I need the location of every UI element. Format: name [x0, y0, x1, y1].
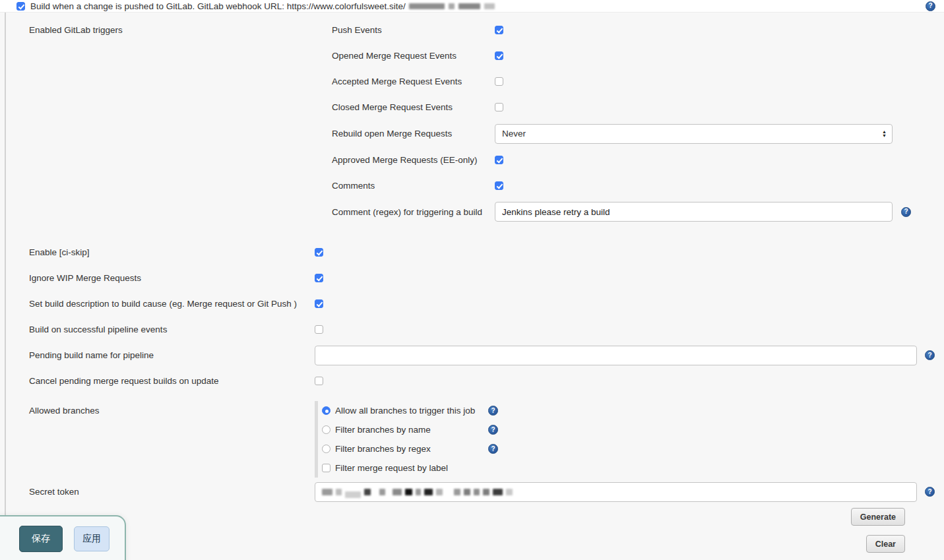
ignore-wip-row: Ignore WIP Merge Requests — [0, 265, 944, 291]
pending-build-name-row: Pending build name for pipeline ? — [0, 342, 944, 368]
main-options: Enable [ci-skip] Ignore WIP Merge Reques… — [0, 239, 944, 394]
allow-all-branches-label: Allow all branches to trigger this job — [335, 406, 488, 416]
filter-mr-label-checkbox[interactable] — [322, 464, 330, 472]
help-icon[interactable]: ? — [488, 425, 498, 435]
filter-by-name-radio[interactable] — [322, 425, 330, 434]
allow-all-branches-radio[interactable] — [322, 406, 330, 415]
help-icon[interactable]: ? — [901, 207, 911, 217]
ignore-wip-checkbox[interactable] — [315, 274, 323, 282]
ci-skip-row: Enable [ci-skip] — [0, 239, 944, 265]
closed-mr-checkbox[interactable] — [495, 103, 503, 111]
redacted-segment — [322, 489, 332, 495]
closed-mr-label: Closed Merge Request Events — [332, 102, 495, 112]
rebuild-open-mr-selected-value: Never — [502, 129, 526, 139]
redacted-segment — [483, 489, 489, 495]
opened-mr-label: Opened Merge Request Events — [332, 51, 495, 61]
clear-button[interactable]: Clear — [866, 535, 905, 553]
push-events-label: Push Events — [332, 25, 495, 35]
closed-mr-row: Closed Merge Request Events — [0, 94, 944, 120]
filter-by-name-label: Filter branches by name — [335, 425, 488, 435]
redacted-token-text — [322, 486, 513, 498]
accepted-mr-label: Accepted Merge Request Events — [332, 77, 495, 86]
redacted-segment — [345, 491, 361, 498]
comments-row: Comments — [0, 173, 944, 199]
generate-button-row: Generate — [0, 508, 944, 526]
redacted-segment — [416, 489, 421, 495]
redacted-segment — [424, 489, 433, 495]
comments-checkbox[interactable] — [495, 181, 503, 190]
cancel-pending-checkbox[interactable] — [315, 377, 323, 385]
allowed-branches-radio-group: Allow all branches to trigger this job ?… — [315, 401, 498, 478]
approved-mr-checkbox[interactable] — [495, 156, 503, 164]
help-icon[interactable]: ? — [926, 1, 935, 11]
redacted-segment — [379, 489, 385, 495]
comments-label: Comments — [332, 181, 495, 191]
approved-mr-label: Approved Merge Requests (EE-only) — [332, 155, 495, 165]
redacted-segment — [409, 3, 445, 9]
opened-mr-row: Opened Merge Request Events — [0, 43, 944, 69]
filter-by-name-option: Filter branches by name ? — [322, 420, 498, 439]
redacted-segment — [493, 489, 503, 495]
help-icon[interactable]: ? — [488, 444, 498, 454]
cancel-pending-label: Cancel pending merge request builds on u… — [29, 376, 315, 386]
build-trigger-label: Build when a change is pushed to GitLab.… — [30, 1, 406, 11]
allow-all-branches-option: Allow all branches to trigger this job ? — [322, 401, 498, 420]
secret-token-label: Secret token — [29, 487, 315, 497]
help-icon[interactable]: ? — [925, 350, 935, 360]
pending-build-name-label: Pending build name for pipeline — [29, 350, 315, 360]
help-icon[interactable]: ? — [488, 406, 498, 416]
build-desc-checkbox[interactable] — [315, 299, 323, 308]
cancel-pending-row: Cancel pending merge request builds on u… — [0, 368, 944, 394]
ci-skip-label: Enable [ci-skip] — [29, 247, 315, 257]
filter-by-regex-radio[interactable] — [322, 445, 330, 453]
push-events-checkbox[interactable] — [495, 26, 503, 34]
comment-regex-row: Comment (regex) for triggering a build ? — [0, 199, 944, 225]
apply-button[interactable]: 应用 — [74, 526, 110, 551]
redacted-segment — [484, 3, 495, 9]
rebuild-open-mr-label: Rebuild open Merge Requests — [332, 129, 495, 139]
filter-mr-label-option: Filter merge request by label — [322, 458, 498, 478]
secret-token-input[interactable] — [315, 482, 917, 502]
allowed-branches-row: Allowed branches Allow all branches to t… — [0, 401, 944, 478]
save-button[interactable]: 保存 — [19, 526, 63, 552]
pipeline-events-row: Build on successful pipeline events — [0, 317, 944, 342]
accepted-mr-row: Accepted Merge Request Events — [0, 69, 944, 94]
build-desc-label: Set build description to build cause (eg… — [29, 299, 315, 309]
gitlab-trigger-config-page: Build when a change is pushed to GitLab.… — [0, 0, 944, 560]
ci-skip-checkbox[interactable] — [315, 248, 323, 257]
filter-by-regex-label: Filter branches by regex — [335, 444, 488, 454]
redacted-segment — [436, 489, 443, 495]
redacted-segment — [464, 489, 470, 495]
approved-mr-row: Approved Merge Requests (EE-only) — [0, 147, 944, 173]
comment-regex-label: Comment (regex) for triggering a build — [332, 207, 495, 217]
rebuild-open-mr-select[interactable]: Never ▲ ▼ — [495, 124, 893, 144]
save-apply-panel: 保存 应用 — [0, 515, 126, 560]
help-icon[interactable]: ? — [925, 487, 935, 497]
redacted-segment — [364, 489, 371, 495]
secret-token-row: Secret token — [0, 479, 944, 505]
opened-mr-checkbox[interactable] — [495, 51, 503, 60]
trigger-settings-form: Enabled GitLab triggers Push Events Open… — [0, 13, 944, 553]
redacted-segment — [449, 3, 455, 9]
redacted-segment — [506, 489, 513, 495]
redacted-url-text — [409, 3, 495, 9]
pending-build-name-input[interactable] — [315, 346, 917, 365]
pipeline-events-checkbox[interactable] — [315, 325, 323, 334]
pipeline-events-label: Build on successful pipeline events — [29, 325, 315, 334]
redacted-segment — [405, 489, 412, 495]
generate-button[interactable]: Generate — [851, 508, 905, 526]
accepted-mr-checkbox[interactable] — [495, 77, 503, 86]
rebuild-open-mr-row: Rebuild open Merge Requests Never ▲ ▼ — [0, 120, 944, 147]
allowed-branches-label: Allowed branches — [29, 401, 315, 420]
redacted-segment — [336, 489, 342, 495]
enabled-triggers-label: Enabled GitLab triggers — [29, 25, 332, 35]
select-stepper-icon: ▲ ▼ — [882, 130, 887, 138]
filter-by-regex-option: Filter branches by regex ? — [322, 439, 498, 458]
build-trigger-checkbox[interactable] — [16, 2, 25, 11]
comment-regex-input[interactable] — [495, 202, 893, 222]
redacted-segment — [454, 489, 460, 495]
redacted-segment — [393, 489, 402, 495]
push-events-row: Enabled GitLab triggers Push Events — [0, 17, 944, 43]
build-desc-row: Set build description to build cause (eg… — [0, 291, 944, 317]
clear-button-row: Clear — [0, 535, 944, 553]
